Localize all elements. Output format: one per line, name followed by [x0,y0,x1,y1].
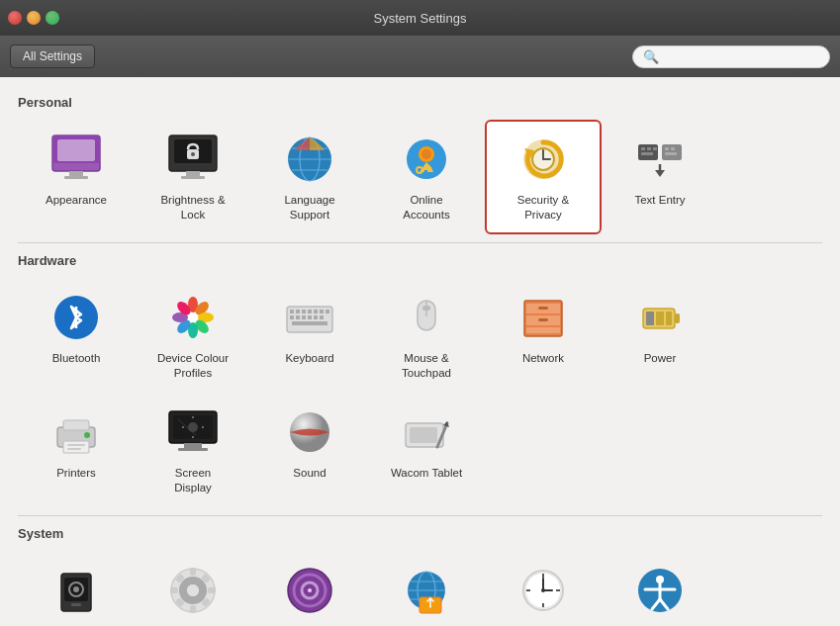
divider-hardware [18,242,822,243]
grid-item-wacom-tablet[interactable]: Wacom Tablet [368,393,485,507]
svg-rect-79 [63,441,89,453]
system-grid: Backups [18,551,822,626]
svg-point-10 [191,152,195,156]
network-icon [515,290,571,345]
grid-item-mouse-touchpad[interactable]: Mouse &Touchpad [368,278,485,393]
personal-grid: Appearance Brightness &Lock [18,120,822,234]
grid-item-brightness-lock[interactable]: Brightness &Lock [135,120,251,234]
details-icon [165,563,221,618]
grid-item-network[interactable]: Network [485,278,602,393]
grid-item-details[interactable]: Details [135,551,251,626]
toolbar: All Settings 🔍 [0,36,840,77]
svg-point-47 [188,313,198,322]
grid-item-sound[interactable]: Sound [251,393,368,507]
mouse-touchpad-icon [399,290,454,345]
bluetooth-icon [48,290,104,345]
grid-item-bluetooth[interactable]: Bluetooth [18,278,135,393]
grid-item-universal-access[interactable]: UniversalAccess [602,551,718,626]
svg-rect-74 [646,312,654,325]
svg-rect-73 [675,313,680,323]
search-input[interactable] [663,49,829,64]
all-settings-button[interactable]: All Settings [10,45,95,68]
wacom-tablet-icon [399,404,454,460]
svg-rect-52 [308,310,312,313]
svg-rect-59 [308,315,312,319]
svg-rect-58 [302,315,306,319]
appearance-icon [48,132,104,187]
svg-rect-33 [665,152,677,155]
svg-rect-106 [190,568,196,576]
search-box: 🔍 [632,45,830,68]
grid-item-appearance[interactable]: Appearance [18,120,135,234]
hardware-grid: Bluetooth Devi [18,278,822,507]
svg-rect-53 [314,310,318,313]
grid-item-text-entry[interactable]: Text Entry [602,120,718,234]
grid-item-software-updates[interactable]: Software &Updates [368,551,485,626]
maximize-button[interactable] [46,11,59,25]
svg-rect-62 [292,321,327,325]
minimize-button[interactable] [27,11,41,25]
svg-rect-8 [181,176,205,179]
svg-rect-82 [67,448,81,450]
svg-rect-50 [296,310,300,313]
svg-rect-55 [326,310,329,313]
grid-item-landscape-service[interactable]: LandscapeService [251,551,368,626]
bluetooth-label: Bluetooth [52,351,101,366]
grid-item-printers[interactable]: Printers [18,393,135,507]
keyboard-label: Keyboard [285,351,333,366]
svg-rect-49 [290,310,294,313]
svg-rect-71 [538,318,548,321]
brightness-lock-label: Brightness &Lock [160,193,225,223]
svg-point-80 [84,432,90,438]
screen-display-icon [165,404,221,460]
svg-point-117 [308,588,312,592]
mouse-touchpad-label: Mouse &Touchpad [402,351,451,381]
device-colour-profiles-label: Device ColourProfiles [157,351,229,381]
svg-rect-95 [410,427,437,443]
power-icon [632,290,688,345]
online-accounts-label: OnlineAccounts [403,193,449,223]
grid-item-online-accounts[interactable]: OnlineAccounts [368,120,485,234]
grid-item-keyboard[interactable]: Keyboard [251,278,368,393]
grid-item-device-colour-profiles[interactable]: Device ColourProfiles [135,278,251,393]
close-button[interactable] [8,11,22,25]
universal-access-icon [632,563,688,618]
sound-label: Sound [293,466,326,481]
device-colour-profiles-icon [165,290,221,345]
text-entry-icon [632,132,688,187]
grid-item-backups[interactable]: Backups [18,551,135,626]
svg-rect-51 [302,310,306,313]
svg-rect-28 [647,147,651,150]
keyboard-icon [282,290,337,345]
svg-rect-102 [71,603,81,606]
svg-rect-31 [665,147,669,150]
svg-rect-61 [320,315,324,319]
text-entry-label: Text Entry [634,193,685,208]
svg-rect-86 [184,443,202,448]
svg-rect-54 [320,310,324,313]
grid-item-security-privacy[interactable]: Security &Privacy [485,120,602,234]
wacom-tablet-label: Wacom Tablet [391,466,462,481]
security-privacy-icon [515,132,571,187]
svg-point-88 [188,422,198,432]
screen-display-label: ScreenDisplay [174,466,212,495]
divider-system [18,515,822,516]
network-label: Network [522,351,564,366]
grid-item-time-date[interactable]: Time & Date [485,551,602,626]
svg-rect-69 [526,327,560,333]
svg-rect-29 [653,147,657,150]
svg-marker-35 [655,170,665,177]
time-date-icon [515,563,571,618]
language-support-icon [282,132,337,187]
grid-item-language-support[interactable]: LanguageSupport [251,120,368,234]
grid-item-power[interactable]: Power [602,278,718,393]
svg-rect-3 [69,171,83,176]
backups-icon [48,563,104,618]
search-icon: 🔍 [643,49,659,64]
svg-rect-30 [641,152,653,155]
grid-item-screen-display[interactable]: ScreenDisplay [135,393,251,507]
svg-rect-60 [314,315,318,319]
power-label: Power [644,351,677,366]
svg-rect-76 [666,312,672,325]
svg-rect-57 [296,315,300,319]
